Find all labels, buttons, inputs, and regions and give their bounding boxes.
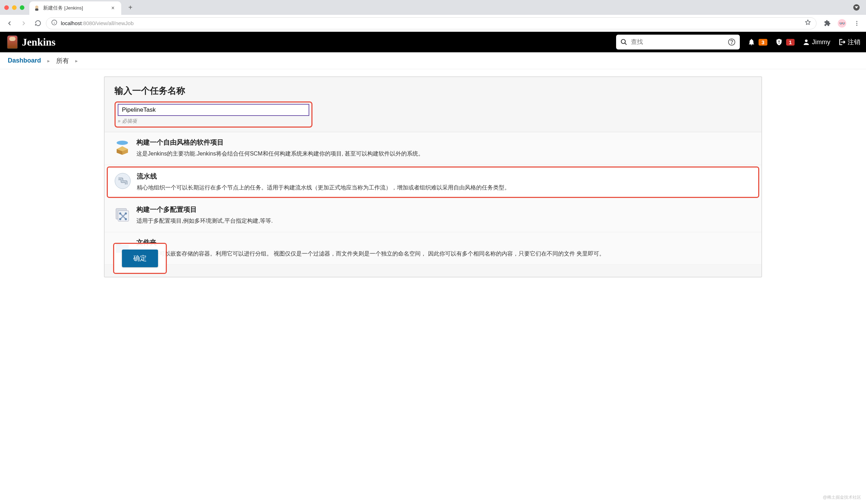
svg-point-7: [856, 24, 858, 25]
svg-point-6: [856, 23, 858, 24]
alerts-shield[interactable]: 1: [775, 38, 795, 46]
browser-tab[interactable]: 新建任务 [Jenkins] ×: [29, 1, 121, 15]
main-content: 输入一个任务名称 » 必填项 构建一个自由风格的软件项目这是Jenkins的主要…: [0, 69, 866, 285]
jenkins-favicon: [34, 5, 40, 11]
breadcrumb-dashboard[interactable]: Dashboard: [8, 57, 41, 64]
item-title: 构建一个多配置项目: [136, 205, 273, 214]
site-info-icon[interactable]: [51, 19, 57, 27]
header-search[interactable]: [616, 35, 740, 49]
multi-icon: [113, 205, 131, 223]
bookmark-star-icon[interactable]: [804, 19, 811, 27]
browser-chrome: 新建任务 [Jenkins] × + localhost:8080/view/a…: [0, 0, 866, 32]
svg-point-5: [856, 21, 858, 22]
svg-point-21: [119, 212, 121, 215]
notifications-bell[interactable]: 3: [748, 38, 767, 46]
browser-menu-icon[interactable]: [851, 18, 862, 29]
tab-overflow-menu[interactable]: [853, 4, 866, 11]
svg-rect-1: [35, 8, 39, 11]
logout-label: 注销: [848, 38, 860, 46]
help-icon[interactable]: [728, 38, 736, 46]
submit-highlight-box: 确定: [113, 243, 167, 274]
item-type-multi[interactable]: 构建一个多配置项目适用于多配置项目,例如多环境测试,平台指定构建,等等.: [105, 199, 761, 232]
item-type-pipeline[interactable]: 流水线精心地组织一个可以长期运行在多个节点上的任务。适用于构建流水线（更加正式地…: [107, 166, 759, 198]
svg-point-22: [125, 218, 127, 220]
bell-icon: [748, 38, 755, 46]
jenkins-header: Jenkins 3 1 Jimmy 注销: [0, 32, 866, 52]
user-name: Jimmy: [812, 39, 830, 46]
required-hint: » 必填项: [118, 118, 309, 124]
logout-link[interactable]: 注销: [838, 38, 860, 46]
url-row: localhost:8080/view/all/newJob 👓: [0, 15, 866, 32]
svg-point-0: [35, 6, 39, 9]
jenkins-logo-text: Jenkins: [22, 36, 55, 48]
jenkins-logo-icon: [7, 35, 18, 49]
svg-rect-13: [779, 43, 779, 44]
alert-badge: 1: [786, 39, 795, 46]
bell-badge: 3: [759, 39, 767, 46]
chevron-right-icon: ▸: [47, 58, 50, 64]
item-name-input[interactable]: [118, 104, 309, 116]
box-icon: [113, 138, 131, 156]
jenkins-logo[interactable]: Jenkins: [7, 35, 55, 49]
nav-forward-button[interactable]: [18, 17, 30, 29]
chevron-right-icon: ▸: [75, 58, 78, 64]
name-heading: 输入一个任务名称: [115, 85, 751, 96]
item-description: 精心地组织一个可以长期运行在多个节点上的任务。适用于构建流水线（更加正式地应当称…: [137, 183, 510, 192]
nav-reload-button[interactable]: [32, 17, 44, 29]
item-description: 这是Jenkins的主要功能.Jenkins将会结合任何SCM和任何构建系统来构…: [136, 149, 424, 158]
breadcrumb: Dashboard ▸ 所有 ▸: [0, 52, 866, 69]
name-highlight-box: » 必填项: [115, 101, 312, 128]
nav-back-button[interactable]: [4, 17, 16, 29]
item-description: 适用于多配置项目,例如多环境测试,平台指定构建,等等.: [136, 216, 273, 225]
svg-rect-12: [779, 40, 779, 42]
extensions-icon[interactable]: [821, 18, 833, 29]
tab-title: 新建任务 [Jenkins]: [43, 5, 106, 11]
item-type-box[interactable]: 构建一个自由风格的软件项目这是Jenkins的主要功能.Jenkins将会结合任…: [105, 132, 761, 165]
tab-row: 新建任务 [Jenkins] × +: [0, 0, 866, 15]
svg-point-23: [125, 212, 127, 215]
user-icon: [802, 38, 810, 46]
ok-button[interactable]: 确定: [122, 250, 158, 267]
window-controls: [4, 5, 29, 10]
tab-close-icon[interactable]: ×: [110, 4, 116, 12]
item-title: 构建一个自由风格的软件项目: [136, 138, 424, 147]
name-section: 输入一个任务名称 » 必填项: [105, 77, 761, 132]
svg-point-11: [732, 43, 732, 44]
svg-point-14: [805, 40, 807, 42]
pipeline-icon: [113, 172, 132, 190]
window-minimize[interactable]: [12, 5, 17, 10]
url-text: localhost:8080/view/all/newJob: [61, 20, 134, 26]
svg-point-15: [117, 141, 128, 145]
shield-alert-icon: [775, 38, 783, 46]
search-input[interactable]: [631, 39, 724, 46]
profile-avatar[interactable]: 👓: [836, 18, 848, 29]
svg-point-8: [621, 40, 626, 44]
svg-point-24: [119, 218, 121, 220]
url-bar[interactable]: localhost:8080/view/all/newJob: [46, 17, 817, 29]
breadcrumb-current[interactable]: 所有: [56, 57, 69, 65]
new-item-panel: 输入一个任务名称 » 必填项 构建一个自由风格的软件项目这是Jenkins的主要…: [104, 76, 762, 277]
search-icon: [620, 39, 627, 46]
window-close[interactable]: [4, 5, 9, 10]
item-title: 流水线: [137, 172, 510, 181]
new-tab-button[interactable]: +: [125, 2, 135, 13]
svg-line-9: [625, 43, 627, 45]
logout-icon: [838, 38, 846, 46]
window-maximize[interactable]: [20, 5, 24, 10]
user-menu[interactable]: Jimmy: [802, 38, 830, 46]
